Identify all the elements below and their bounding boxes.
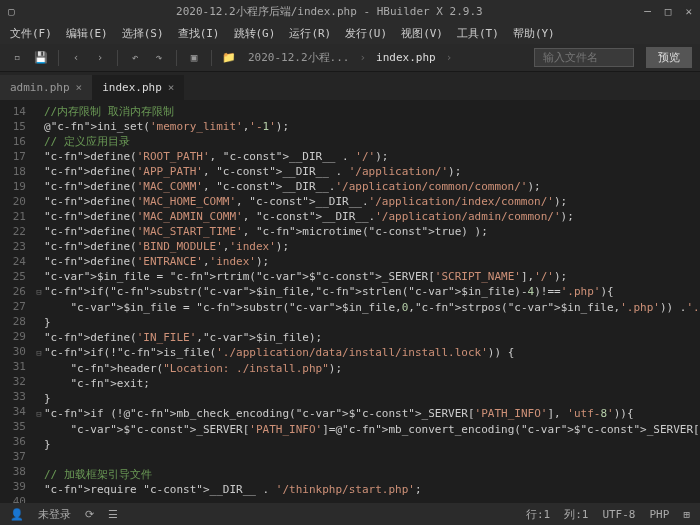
save-icon[interactable]: 💾	[32, 49, 50, 67]
grid-icon[interactable]: ⊞	[683, 508, 690, 521]
menu-item[interactable]: 帮助(Y)	[507, 24, 561, 43]
code-line[interactable]: ⊟"c-fn">if (!@"c-fn">mb_check_encoding("…	[34, 406, 700, 422]
code-line[interactable]: "c-var">$in_file = "c-fn">substr("c-var"…	[34, 300, 700, 315]
undo-icon[interactable]: ↶	[126, 49, 144, 67]
minimize-icon[interactable]: ─	[644, 5, 651, 18]
code-line[interactable]: "c-fn">header("Location: ./install.php")…	[34, 361, 700, 376]
code-line[interactable]: }	[34, 315, 700, 330]
code-line[interactable]: "c-fn">define('MAC_START_TIME', "c-fn">m…	[34, 224, 700, 239]
code-line[interactable]: "c-var">$in_file = "c-fn">rtrim("c-var">…	[34, 269, 700, 284]
code-line[interactable]: "c-fn">require "c-const">__DIR__ . '/thi…	[34, 482, 700, 497]
line-indicator[interactable]: 行:1	[526, 507, 550, 522]
redo-icon[interactable]: ↷	[150, 49, 168, 67]
code-line[interactable]: "c-fn">exit;	[34, 376, 700, 391]
breadcrumb[interactable]: index.php	[372, 51, 440, 64]
login-status[interactable]: 未登录	[38, 507, 71, 522]
code-line[interactable]: "c-fn">define('IN_FILE',"c-var">$in_file…	[34, 330, 700, 345]
back-icon[interactable]: ‹	[67, 49, 85, 67]
code-line[interactable]: // 加载框架引导文件	[34, 467, 700, 482]
menu-item[interactable]: 查找(I)	[172, 24, 226, 43]
menu-item[interactable]: 发行(U)	[339, 24, 393, 43]
sync-icon[interactable]: ⟳	[85, 508, 94, 521]
language[interactable]: PHP	[650, 508, 670, 521]
code-line[interactable]: "c-fn">define('ENTRANCE','index');	[34, 254, 700, 269]
code-line[interactable]: "c-var">$"c-const">_SERVER['PATH_INFO']=…	[34, 422, 700, 437]
code-line[interactable]: "c-fn">define('MAC_ADMIN_COMM', "c-const…	[34, 209, 700, 224]
maximize-icon[interactable]: □	[665, 5, 672, 18]
menu-item[interactable]: 跳转(G)	[228, 24, 282, 43]
tab-close-icon[interactable]: ×	[76, 81, 83, 94]
code-line[interactable]	[34, 452, 700, 467]
menu-item[interactable]: 工具(T)	[451, 24, 505, 43]
menu-item[interactable]: 视图(V)	[395, 24, 449, 43]
close-icon[interactable]: ✕	[685, 5, 692, 18]
preview-button[interactable]: 预览	[646, 47, 692, 68]
menu-item[interactable]: 编辑(E)	[60, 24, 114, 43]
code-line[interactable]: ⊟"c-fn">if("c-fn">substr("c-var">$in_fil…	[34, 284, 700, 300]
code-line[interactable]: ⊟"c-fn">if(!"c-fn">is_file('./applicatio…	[34, 345, 700, 361]
code-line[interactable]: }	[34, 391, 700, 406]
editor-tab[interactable]: admin.php×	[0, 75, 92, 100]
app-logo: ▢	[8, 5, 15, 18]
code-line[interactable]: "c-fn">define('MAC_HOME_COMM', "c-const"…	[34, 194, 700, 209]
code-line[interactable]	[34, 497, 700, 503]
code-line[interactable]: "c-fn">define('ROOT_PATH', "c-const">__D…	[34, 149, 700, 164]
file-icon[interactable]: ▫	[8, 49, 26, 67]
code-line[interactable]: "c-fn">define('BIND_MODULE','index');	[34, 239, 700, 254]
code-line[interactable]: @"c-fn">ini_set('memory_limit','-1');	[34, 119, 700, 134]
editor-tab[interactable]: index.php×	[92, 75, 184, 100]
list-icon[interactable]: ☰	[108, 508, 118, 521]
tab-close-icon[interactable]: ×	[168, 81, 175, 94]
code-line[interactable]: //内存限制 取消内存限制	[34, 104, 700, 119]
breadcrumb[interactable]: 2020-12.2小程...	[244, 50, 353, 65]
user-icon[interactable]: 👤	[10, 508, 24, 521]
code-line[interactable]: // 定义应用目录	[34, 134, 700, 149]
folder-icon[interactable]: 📁	[220, 49, 238, 67]
menu-item[interactable]: 运行(R)	[283, 24, 337, 43]
window-title: 2020-12.2小程序后端/index.php - HBuilder X 2.…	[15, 4, 645, 19]
menu-item[interactable]: 选择(S)	[116, 24, 170, 43]
code-line[interactable]: "c-fn">define('APP_PATH', "c-const">__DI…	[34, 164, 700, 179]
code-line[interactable]: }	[34, 437, 700, 452]
menu-item[interactable]: 文件(F)	[4, 24, 58, 43]
code-line[interactable]: "c-fn">define('MAC_COMM', "c-const">__DI…	[34, 179, 700, 194]
search-input[interactable]	[534, 48, 634, 67]
col-indicator[interactable]: 列:1	[564, 507, 588, 522]
terminal-icon[interactable]: ▣	[185, 49, 203, 67]
forward-icon[interactable]: ›	[91, 49, 109, 67]
encoding[interactable]: UTF-8	[602, 508, 635, 521]
